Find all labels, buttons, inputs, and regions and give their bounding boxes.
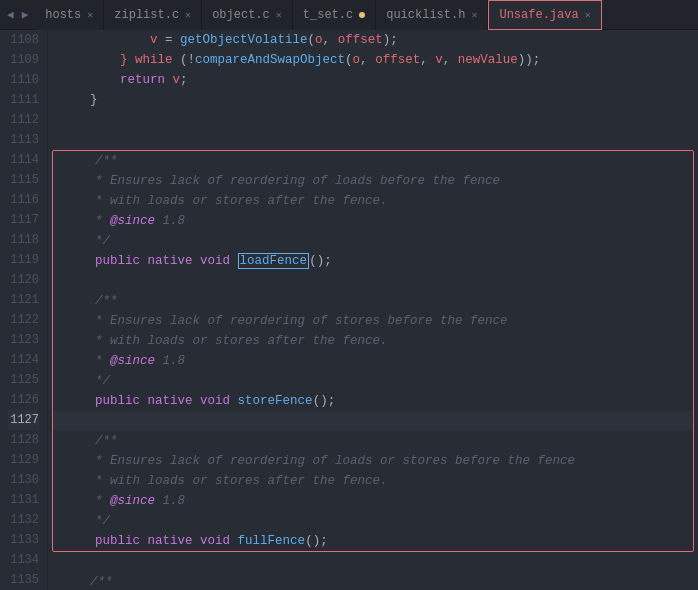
code-line-1108: v = getObjectVolatile(o, offset);	[48, 30, 698, 50]
linenum-1115: 1115	[8, 170, 39, 190]
linenum-1134: 1134	[8, 550, 39, 570]
token-comment-1116: * with loads or stores after the fence.	[95, 194, 388, 208]
token-void-1: void	[200, 254, 230, 268]
tab-unsafe[interactable]: Unsafe.java ✕	[488, 0, 601, 30]
token-getObjectVolatile: getObjectVolatile	[180, 33, 308, 47]
linenum-1125: 1125	[8, 370, 39, 390]
tab-ziplist[interactable]: ziplist.c ✕	[104, 0, 202, 30]
linenum-1127: 1127	[8, 410, 39, 430]
tab-object-close[interactable]: ✕	[276, 9, 282, 21]
tab-quicklist-close[interactable]: ✕	[471, 9, 477, 21]
code-line-1123: * with loads or stores after the fence.	[53, 331, 693, 351]
code-line-1129: * Ensures lack of reordering of loads or…	[53, 451, 693, 471]
tab-hosts-label: hosts	[45, 8, 81, 22]
linenum-1117: 1117	[8, 210, 39, 230]
tab-t_set[interactable]: t_set.c	[293, 0, 376, 30]
token-compareAndSwapObject: compareAndSwapObject	[195, 53, 345, 67]
token-since-val-3: 1.8	[155, 494, 185, 508]
nav-next-icon[interactable]: ▶	[19, 6, 32, 23]
linenum-1122: 1122	[8, 310, 39, 330]
tab-t_set-modified-dot	[359, 12, 365, 18]
code-line-1119: public native void loadFence();	[53, 251, 693, 271]
code-line-1127	[53, 411, 693, 431]
code-line-1113	[48, 130, 698, 150]
nav-prev-icon[interactable]: ◀	[4, 6, 17, 23]
line-numbers: 1108 1109 1110 1111 1112 1113 1114 1115 …	[0, 30, 48, 590]
linenum-1126: 1126	[8, 390, 39, 410]
token-comment-1130: * with loads or stores after the fence.	[95, 474, 388, 488]
tab-hosts-close[interactable]: ✕	[87, 9, 93, 21]
code-area: 1108 1109 1110 1111 1112 1113 1114 1115 …	[0, 30, 698, 590]
token-since-val-2: 1.8	[155, 354, 185, 368]
linenum-1124: 1124	[8, 350, 39, 370]
token-since-tag-3: @since	[110, 494, 155, 508]
token-void-3: void	[200, 534, 230, 548]
linenum-1118: 1118	[8, 230, 39, 250]
tab-quicklist-label: quicklist.h	[386, 8, 465, 22]
linenum-1108: 1108	[8, 30, 39, 50]
token-public-2: public	[95, 394, 140, 408]
code-line-1109: } while (!compareAndSwapObject(o, offset…	[48, 50, 698, 70]
code-line-1130: * with loads or stores after the fence.	[53, 471, 693, 491]
tab-ziplist-close[interactable]: ✕	[185, 9, 191, 21]
tab-ziplist-label: ziplist.c	[114, 8, 179, 22]
linenum-1133: 1133	[8, 530, 39, 550]
token-comment-1123: * with loads or stores after the fence.	[95, 334, 388, 348]
code-line-1114: /**	[53, 151, 693, 171]
token-v: v	[150, 33, 158, 47]
linenum-1131: 1131	[8, 490, 39, 510]
token-comment-1135: /**	[90, 575, 113, 589]
token-native-2: native	[148, 394, 193, 408]
token-comment-1115: * Ensures lack of reordering of loads be…	[95, 174, 500, 188]
token-comment-open-2: /**	[95, 294, 118, 308]
tab-bar: ◀ ▶ hosts ✕ ziplist.c ✕ object.c ✕ t_set…	[0, 0, 698, 30]
code-line-1116: * with loads or stores after the fence.	[53, 191, 693, 211]
code-line-1128: /**	[53, 431, 693, 451]
tab-quicklist[interactable]: quicklist.h ✕	[376, 0, 488, 30]
tab-object[interactable]: object.c ✕	[202, 0, 293, 30]
highlighted-region: /** * Ensures lack of reordering of load…	[52, 150, 694, 552]
token-loadFence: loadFence	[238, 253, 310, 269]
nav-arrows: ◀ ▶	[0, 6, 35, 23]
token-comment-1131a: *	[95, 494, 110, 508]
tab-unsafe-close[interactable]: ✕	[585, 9, 591, 21]
code-line-1110: return v;	[48, 70, 698, 90]
token-fullFence: fullFence	[238, 534, 306, 548]
code-line-1124: * @since 1.8	[53, 351, 693, 371]
code-line-1135: /**	[48, 572, 698, 590]
linenum-1120: 1120	[8, 270, 39, 290]
linenum-1116: 1116	[8, 190, 39, 210]
linenum-1123: 1123	[8, 330, 39, 350]
linenum-1119: 1119	[8, 250, 39, 270]
code-line-1134	[48, 552, 698, 572]
token-void-2: void	[200, 394, 230, 408]
token-return: return	[120, 73, 165, 87]
token-since-tag-1: @since	[110, 214, 155, 228]
linenum-1113: 1113	[8, 130, 39, 150]
token-comment-open-3: /**	[95, 434, 118, 448]
linenum-1128: 1128	[8, 430, 39, 450]
linenum-1132: 1132	[8, 510, 39, 530]
token-comment-1124a: *	[95, 354, 110, 368]
code-line-1120	[53, 271, 693, 291]
token-while: } while	[120, 53, 173, 67]
linenum-1109: 1109	[8, 50, 39, 70]
token-native-1: native	[148, 254, 193, 268]
code-line-1121: /**	[53, 291, 693, 311]
token-storeFence: storeFence	[238, 394, 313, 408]
linenum-1114: 1114	[8, 150, 39, 170]
code-line-1126: public native void storeFence();	[53, 391, 693, 411]
token-comment-close-3: */	[95, 514, 110, 528]
token-since-tag-2: @since	[110, 354, 155, 368]
token-comment-close-1: */	[95, 234, 110, 248]
code-line-1115: * Ensures lack of reordering of loads be…	[53, 171, 693, 191]
code-line-1132: */	[53, 511, 693, 531]
token-public-1: public	[95, 254, 140, 268]
token-comment-1117a: *	[95, 214, 110, 228]
code-line-1131: * @since 1.8	[53, 491, 693, 511]
linenum-1121: 1121	[8, 290, 39, 310]
token-native-3: native	[148, 534, 193, 548]
tab-hosts[interactable]: hosts ✕	[35, 0, 104, 30]
tab-t_set-label: t_set.c	[303, 8, 353, 22]
token-comment-close-2: */	[95, 374, 110, 388]
